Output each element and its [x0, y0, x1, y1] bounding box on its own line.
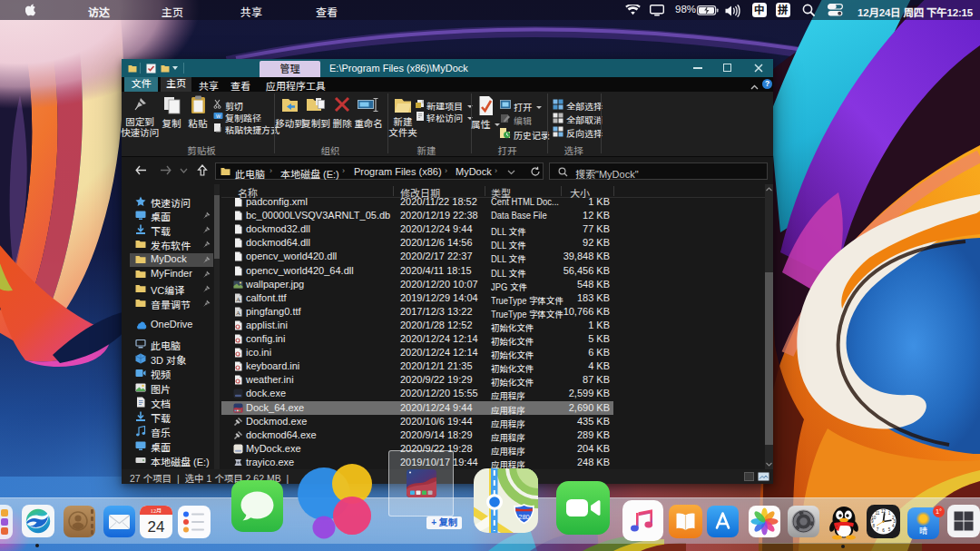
svg-text:W: W: [216, 113, 221, 119]
svg-text:8: 8: [873, 524, 876, 528]
svg-text:1°: 1°: [936, 507, 942, 516]
svg-text:12月: 12月: [151, 507, 162, 515]
svg-text:1: 1: [888, 511, 891, 516]
svg-text:280: 280: [518, 513, 530, 521]
svg-text:9: 9: [871, 519, 874, 524]
svg-text:A: A: [236, 296, 240, 303]
svg-text:11: 11: [876, 511, 880, 516]
svg-text:4: 4: [892, 524, 895, 528]
svg-text:10: 10: [871, 516, 877, 520]
svg-text:6: 6: [882, 528, 885, 533]
svg-text:A: A: [236, 310, 240, 317]
svg-text:5: 5: [888, 527, 891, 532]
svg-text:24: 24: [148, 518, 165, 536]
svg-text:7: 7: [877, 527, 879, 532]
svg-text:晴: 晴: [919, 525, 927, 536]
svg-text:12: 12: [881, 509, 887, 514]
